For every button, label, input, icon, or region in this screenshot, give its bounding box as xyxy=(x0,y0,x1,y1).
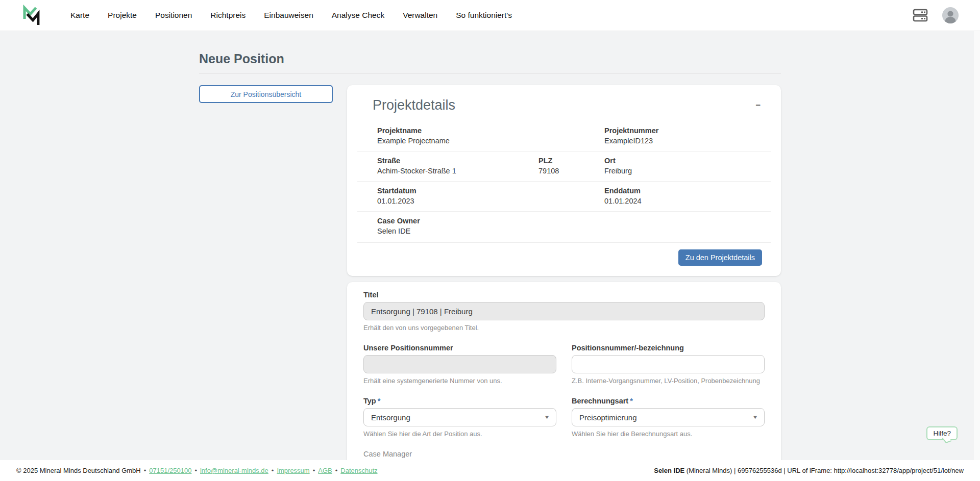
unsere-positionsnummer-helper: Erhält eine systemgenerierte Nummer von … xyxy=(363,377,556,385)
required-asterisk: * xyxy=(378,397,381,405)
footer: © 2025 Mineral Minds Deutschland GmbH • … xyxy=(0,460,980,481)
chevron-down-icon: ▼ xyxy=(752,415,758,420)
berechnungsart-select-value: Preisoptimierung xyxy=(579,413,637,422)
unsere-positionsnummer-input xyxy=(363,355,556,373)
footer-copyright: © 2025 Mineral Minds Deutschland GmbH xyxy=(16,467,141,474)
typ-label: Typ* xyxy=(363,397,556,405)
ort-value: Freiburg xyxy=(604,167,771,175)
footer-separator: • xyxy=(194,467,197,474)
server-icon[interactable] xyxy=(913,9,928,22)
footer-link-phone[interactable]: 07151/250100 xyxy=(149,467,191,474)
unsere-positionsnummer-label: Unsere Positionsnummer xyxy=(363,344,556,352)
projektnummer-label: Projektnummer xyxy=(604,126,771,135)
session-user: Selen IDE xyxy=(654,467,684,474)
positionsnummer-helper: Z.B. Interne-Vorgangsnummer, LV-Position… xyxy=(572,377,765,385)
main-nav: Karte Projekte Positionen Richtpreis Ein… xyxy=(70,11,512,20)
chevron-down-icon: ▼ xyxy=(544,415,550,420)
berechnungsart-helper: Wählen Sie hier die Berechnungsart aus. xyxy=(572,430,765,438)
right-column: Projektdetails – Projektname Example Pro… xyxy=(347,85,781,481)
plz-value: 79108 xyxy=(538,167,604,175)
positionsnummer-input[interactable] xyxy=(572,355,765,373)
startdatum-value: 01.01.2023 xyxy=(377,197,538,205)
new-position-form-card: Titel Erhält den von uns vorgegebenen Ti… xyxy=(347,282,781,481)
nav-item-richtpreis[interactable]: Richtpreis xyxy=(210,11,246,20)
footer-link-agb[interactable]: AGB xyxy=(318,467,332,474)
startdatum-label: Startdatum xyxy=(377,187,538,195)
berechnungsart-label: Berechnungsart* xyxy=(572,397,765,405)
enddatum-value: 01.01.2024 xyxy=(604,197,771,205)
projektname-value: Example Projectname xyxy=(377,137,538,145)
user-avatar[interactable] xyxy=(942,7,959,23)
title-divider xyxy=(199,73,781,74)
footer-separator: • xyxy=(272,467,274,474)
projektname-label: Projektname xyxy=(377,126,538,135)
collapse-icon[interactable]: – xyxy=(753,97,764,112)
footer-link-datenschutz[interactable]: Datenschutz xyxy=(340,467,377,474)
nav-item-analyse-check[interactable]: Analyse Check xyxy=(332,11,384,20)
nav-item-verwalten[interactable]: Verwalten xyxy=(403,11,437,20)
required-asterisk: * xyxy=(630,397,633,405)
enddatum-label: Enddatum xyxy=(604,187,771,195)
back-to-positions-button[interactable]: Zur Positionsübersicht xyxy=(199,85,333,103)
nav-item-karte[interactable]: Karte xyxy=(70,11,89,20)
page-title: Neue Position xyxy=(199,52,781,66)
titel-helper: Erhält den von uns vorgegebenen Titel. xyxy=(363,324,765,332)
top-navigation-bar: Karte Projekte Positionen Richtpreis Ein… xyxy=(0,0,980,31)
project-details-card: Projektdetails – Projektname Example Pro… xyxy=(347,85,781,276)
vertical-scrollbar[interactable] xyxy=(974,31,980,460)
left-column: Zur Positionsübersicht xyxy=(199,85,333,103)
footer-link-impressum[interactable]: Impressum xyxy=(277,467,309,474)
project-row-name-number: Projektname Example Projectname Projektn… xyxy=(357,121,771,151)
footer-link-email[interactable]: info@mineral-minds.de xyxy=(200,467,268,474)
logo-icon xyxy=(21,5,41,26)
case-owner-value: Selen IDE xyxy=(377,227,538,235)
session-details: (Mineral Minds) | 69576255536d | URL of … xyxy=(684,467,964,474)
titel-input xyxy=(363,302,765,320)
footer-separator: • xyxy=(335,467,338,474)
main-content: Neue Position Zur Positionsübersicht Pro… xyxy=(0,31,980,481)
strasse-value: Achim-Stocker-Straße 1 xyxy=(377,167,538,175)
positionsnummer-field: Positionsnummer/-bezeichnung Z.B. Intern… xyxy=(572,344,765,385)
typ-helper: Wählen Sie hier die Art der Position aus… xyxy=(363,430,556,438)
topbar-right-icons xyxy=(913,7,959,23)
unsere-positionsnummer-field: Unsere Positionsnummer Erhält eine syste… xyxy=(363,344,556,385)
nav-item-projekte[interactable]: Projekte xyxy=(108,11,137,20)
projektnummer-value: ExampleID123 xyxy=(604,137,771,145)
typ-select-value: Entsorgung xyxy=(371,413,410,422)
case-manager-label: Case Manager xyxy=(363,450,556,458)
session-info: Selen IDE (Mineral Minds) | 69576255536d… xyxy=(654,467,964,474)
typ-select[interactable]: Entsorgung ▼ xyxy=(363,408,556,426)
typ-field: Typ* Entsorgung ▼ Wählen Sie hier die Ar… xyxy=(363,397,556,438)
project-row-dates: Startdatum 01.01.2023 Enddatum 01.01.202… xyxy=(357,181,771,211)
nav-item-einbauweisen[interactable]: Einbauweisen xyxy=(264,11,313,20)
go-to-project-details-button[interactable]: Zu den Projektdetails xyxy=(678,249,762,266)
plz-label: PLZ xyxy=(538,157,604,165)
berechnungsart-field: Berechnungsart* Preisoptimierung ▼ Wähle… xyxy=(572,397,765,438)
positionsnummer-label: Positionsnummer/-bezeichnung xyxy=(572,344,765,352)
project-row-address: Straße Achim-Stocker-Straße 1 PLZ 79108 … xyxy=(357,151,771,181)
nav-item-positionen[interactable]: Positionen xyxy=(155,11,192,20)
berechnungsart-select[interactable]: Preisoptimierung ▼ xyxy=(572,408,765,426)
project-details-title: Projektdetails xyxy=(373,97,455,113)
nav-item-so-funktionierts[interactable]: So funktioniert's xyxy=(456,11,512,20)
titel-field: Titel Erhält den von uns vorgegebenen Ti… xyxy=(363,291,765,332)
project-row-case-owner: Case Owner Selen IDE xyxy=(357,211,771,241)
case-owner-label: Case Owner xyxy=(377,217,538,225)
titel-label: Titel xyxy=(363,291,765,299)
ort-label: Ort xyxy=(604,157,771,165)
footer-separator: • xyxy=(313,467,315,474)
help-button[interactable]: Hilfe? xyxy=(926,426,958,440)
strasse-label: Straße xyxy=(377,157,538,165)
mineral-minds-logo[interactable] xyxy=(21,4,42,27)
footer-separator: • xyxy=(144,467,146,474)
